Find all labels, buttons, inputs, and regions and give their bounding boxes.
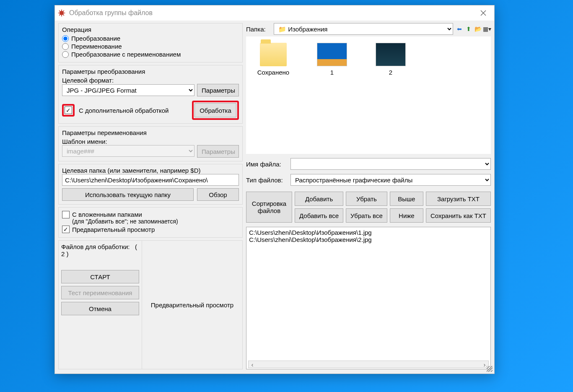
rename-group: Параметры переименования Шаблон имени: i… [58, 126, 243, 161]
target-folder-group: Целевая папка (или заменители, например … [58, 164, 243, 205]
file-list-item[interactable]: C:\Users\zheni\Desktop\Изображения\2.jpg [249, 236, 488, 243]
conversion-group-title: Параметры преобразования [62, 68, 239, 75]
folder-item[interactable]: Сохранено [252, 43, 294, 76]
target-folder-input[interactable] [62, 174, 239, 186]
move-down-button[interactable]: Ниже [390, 208, 423, 223]
preview-checkbox[interactable]: ✓ [62, 226, 70, 233]
close-icon [480, 10, 486, 16]
radio-convert-rename[interactable]: Преобразование с переименованием [62, 51, 239, 58]
start-button[interactable]: СТАРТ [61, 270, 139, 283]
test-rename-button: Тест переименования [61, 286, 139, 299]
filetype-select[interactable]: Распространённые графические файлы [290, 174, 491, 186]
footer-actions: Файлов для обработки: ( 2 ) СТАРТ Тест п… [58, 240, 142, 369]
browse-button[interactable]: Обзор [197, 188, 239, 201]
sort-files-button[interactable]: Сортировка файлов [246, 192, 292, 223]
image-item-1[interactable]: 1 [311, 43, 353, 76]
close-button[interactable] [475, 7, 492, 19]
move-up-button[interactable]: Выше [390, 192, 423, 206]
file-browser[interactable]: Сохранено 1 2 [246, 36, 491, 154]
target-folder-label: Целевая папка (или заменители, например … [62, 167, 239, 174]
back-icon[interactable]: ⬅ [456, 25, 463, 33]
view-menu-icon[interactable]: ▦▾ [483, 25, 491, 33]
new-folder-icon[interactable]: 📂 [474, 25, 482, 33]
file-list-item[interactable]: C:\Users\zheni\Desktop\Изображения\1.jpg [249, 229, 488, 236]
content: Операция Преобразование Переименование П… [55, 21, 494, 374]
extra-processing-checkbox[interactable]: ✓ [65, 106, 72, 114]
subfolders-hint: (для "Добавить все"; не запоминается) [72, 218, 178, 225]
left-column: Операция Преобразование Переименование П… [58, 23, 243, 369]
folder-icon [260, 43, 287, 66]
subfolders-label: С вложенными папками [72, 211, 178, 218]
filetype-label: Тип файлов: [246, 177, 288, 184]
preview-label: Предварительный просмотр [72, 226, 155, 233]
use-current-folder-button[interactable]: Использовать текущую папку [62, 188, 194, 201]
operation-group-title: Операция [62, 26, 239, 33]
options-group: С вложенными папками (для "Добавить все"… [58, 207, 243, 238]
resize-grip[interactable] [487, 366, 493, 372]
load-txt-button[interactable]: Загрузить TXT [426, 192, 491, 206]
save-txt-button[interactable]: Сохранить как TXT [426, 208, 491, 223]
add-button[interactable]: Добавить [295, 192, 343, 206]
operation-group: Операция Преобразование Переименование П… [58, 23, 243, 62]
titlebar: Обработка группы файлов [55, 5, 494, 21]
batch-dialog: Обработка группы файлов Операция Преобра… [54, 5, 495, 374]
app-icon [57, 9, 66, 17]
image-item-2[interactable]: 2 [370, 43, 412, 76]
up-folder-icon[interactable]: ⬆ [465, 25, 472, 33]
rename-group-title: Параметры переименования [62, 129, 239, 136]
conversion-group: Параметры преобразования Целевой формат:… [58, 65, 243, 124]
format-params-button[interactable]: Параметры [197, 84, 239, 96]
thumbnail-icon [317, 43, 347, 66]
radio-convert[interactable]: Преобразование [62, 35, 239, 42]
folder-label: Папка: [246, 26, 271, 33]
cancel-button[interactable]: Отмена [61, 302, 139, 315]
thumbnail-icon [376, 43, 406, 66]
file-list[interactable]: C:\Users\zheni\Desktop\Изображения\1.jpg… [246, 227, 491, 369]
remove-all-button[interactable]: Убрать все [346, 208, 387, 223]
preview-panel: Предварительный просмотр [142, 240, 243, 369]
scroll-left-icon[interactable]: ‹ [249, 361, 256, 368]
rename-template-label: Шаблон имени: [62, 138, 239, 145]
target-format-label: Целевой формат: [62, 77, 239, 84]
horizontal-scrollbar[interactable]: ‹ › [248, 361, 489, 368]
target-format-select[interactable]: JPG - JPG/JPEG Format [62, 84, 194, 96]
right-column: Папка: 📁 Изображения ⬅ ⬆ 📂 ▦▾ Сохранено [246, 23, 491, 369]
files-count-label: Файлов для обработки: [61, 243, 130, 250]
filename-label: Имя файла: [246, 161, 288, 168]
filename-select[interactable] [290, 158, 491, 170]
remove-button[interactable]: Убрать [346, 192, 387, 206]
radio-rename[interactable]: Переименование [62, 43, 239, 50]
extra-processing-label: С дополнительной обработкой [79, 107, 189, 114]
rename-params-button: Параметры [197, 145, 239, 158]
subfolders-checkbox[interactable] [62, 211, 70, 218]
add-all-button[interactable]: Добавить все [295, 208, 343, 223]
rename-template-select: image### [62, 145, 194, 157]
folder-select[interactable]: 📁 Изображения [274, 23, 453, 35]
processing-button[interactable]: Обработка [194, 103, 236, 117]
window-title: Обработка группы файлов [69, 9, 153, 17]
